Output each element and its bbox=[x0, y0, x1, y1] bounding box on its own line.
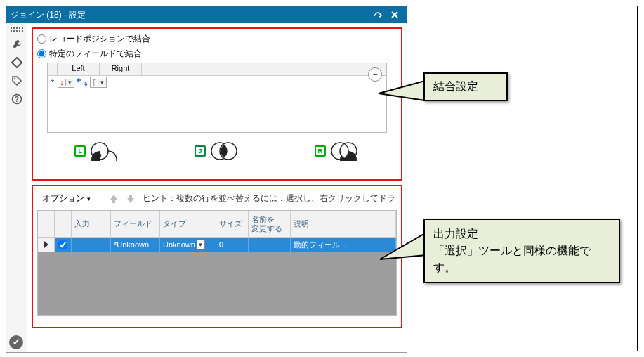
row-pointer-icon bbox=[44, 241, 48, 248]
join-settings-section: レコードポジションで結合 特定のフィールドで結合 − Left Right bbox=[32, 27, 402, 181]
separator bbox=[100, 193, 100, 205]
badge-L: L bbox=[74, 145, 86, 157]
venn-left[interactable]: L bbox=[74, 141, 119, 161]
chevron-down-icon: ▾ bbox=[87, 195, 91, 202]
col-checkbox bbox=[55, 211, 72, 237]
row-checkbox[interactable] bbox=[58, 240, 67, 249]
radio-field-input[interactable] bbox=[37, 49, 46, 58]
callout1-pointer bbox=[379, 79, 428, 110]
callout-output-settings: 出力設定 「選択」ツールと同様の機能です。 bbox=[423, 219, 620, 283]
svg-marker-8 bbox=[379, 81, 425, 100]
col-selector bbox=[38, 211, 55, 237]
radio-position-input[interactable] bbox=[37, 34, 46, 44]
output-settings-section: オプション ▾ ヒント：複数の行を並べ替えるには：選択し、右クリックしてドラッグ… bbox=[32, 185, 402, 328]
help-icon[interactable]: ? bbox=[8, 91, 25, 108]
row-checkbox-cell[interactable] bbox=[55, 238, 72, 252]
right-field-dropdown[interactable]: [ ▾ bbox=[90, 77, 107, 88]
drag-handle-icon bbox=[11, 27, 23, 32]
row-marker: * bbox=[49, 78, 56, 86]
cell-rename[interactable] bbox=[249, 238, 291, 252]
svg-point-0 bbox=[13, 78, 15, 79]
svg-text:?: ? bbox=[14, 96, 18, 103]
output-grid-header: 入力 フィールド タイプ サイズ 名前を 変更する 説明 bbox=[38, 211, 396, 238]
join-fields-header: Left Right bbox=[48, 63, 386, 76]
close-button[interactable] bbox=[387, 8, 402, 21]
screenshot-frame: ジョイン (18) - 設定 ? bbox=[6, 6, 638, 351]
badge-J: J bbox=[195, 145, 206, 157]
wrench-icon[interactable] bbox=[8, 36, 25, 53]
chevron-down-icon: ▾ bbox=[65, 79, 74, 86]
move-down-button[interactable] bbox=[123, 192, 138, 206]
col-left: Left bbox=[58, 63, 100, 75]
down-arrow-red-icon: ↓ bbox=[58, 78, 65, 86]
radio-field-label: 特定のフィールドで結合 bbox=[49, 48, 142, 60]
col-input: 入力 bbox=[72, 211, 111, 237]
cell-type[interactable]: Unknown▾ bbox=[160, 238, 216, 252]
output-grid-row[interactable]: *Unknown Unknown▾ 0 動的フィール... bbox=[38, 238, 396, 252]
content-area: レコードポジションで結合 特定のフィールドで結合 − Left Right bbox=[27, 23, 407, 352]
col-right: Right bbox=[100, 63, 142, 75]
options-dropdown[interactable]: オプション ▾ bbox=[37, 190, 96, 207]
venn-right[interactable]: R bbox=[315, 141, 360, 161]
cell-size[interactable]: 0 bbox=[216, 238, 249, 252]
radio-join-by-position[interactable]: レコードポジションで結合 bbox=[37, 33, 397, 45]
callout2-pointer bbox=[380, 231, 429, 268]
col-type: タイプ bbox=[160, 211, 216, 237]
output-grid: 入力 フィールド タイプ サイズ 名前を 変更する 説明 *Unknown bbox=[37, 210, 397, 316]
join-fields-table: − Left Right * ↓ ▾ bbox=[47, 63, 387, 133]
col-rename: 名前を 変更する bbox=[249, 211, 291, 237]
join-fields-row: * ↓ ▾ [ ▾ bbox=[48, 76, 386, 89]
bracket-icon: [ bbox=[91, 78, 98, 86]
titlebar: ジョイン (18) - 設定 bbox=[6, 6, 407, 23]
cell-input[interactable] bbox=[72, 238, 111, 252]
col-size: サイズ bbox=[216, 211, 249, 237]
left-field-dropdown[interactable]: ↓ ▾ bbox=[58, 77, 74, 88]
venn-inner[interactable]: J bbox=[195, 141, 239, 161]
radio-join-by-field[interactable]: 特定のフィールドで結合 bbox=[37, 48, 397, 60]
diamond-icon[interactable] bbox=[8, 54, 25, 71]
undock-button[interactable] bbox=[370, 8, 386, 21]
cell-field[interactable]: *Unknown bbox=[111, 238, 160, 252]
move-up-button[interactable] bbox=[106, 192, 121, 206]
badge-R: R bbox=[315, 145, 326, 157]
apply-button[interactable]: ✔ bbox=[9, 335, 23, 349]
callout1-text: 結合設定 bbox=[433, 80, 478, 92]
callout-join-settings: 結合設定 bbox=[423, 72, 508, 101]
hint-text: ヒント：複数の行を並べ替えるには：選択し、右クリックしてドラッグし bbox=[138, 193, 397, 205]
tag-icon[interactable] bbox=[8, 72, 25, 89]
callout2-text: 出力設定 「選択」ツールと同様の機能です。 bbox=[433, 228, 591, 273]
svg-marker-9 bbox=[380, 233, 426, 259]
venn-row: L J bbox=[37, 141, 397, 161]
window-title: ジョイン (18) - 設定 bbox=[11, 9, 369, 21]
chevron-down-icon: ▾ bbox=[98, 79, 106, 86]
config-window: ジョイン (18) - 設定 ? bbox=[6, 6, 407, 353]
output-toolbar: オプション ▾ ヒント：複数の行を並べ替えるには：選択し、右クリックしてドラッグ… bbox=[37, 190, 397, 207]
row-selector[interactable] bbox=[38, 238, 55, 252]
col-field: フィールド bbox=[111, 211, 160, 237]
sidebar: ? bbox=[6, 23, 27, 352]
window-body: ? レコードポジションで結合 特定のフィールドで結合 − bbox=[6, 23, 407, 352]
swap-icon[interactable] bbox=[76, 77, 88, 87]
options-label: オプション bbox=[42, 193, 84, 205]
radio-position-label: レコードポジションで結合 bbox=[49, 33, 150, 45]
chevron-down-icon: ▾ bbox=[197, 240, 205, 249]
